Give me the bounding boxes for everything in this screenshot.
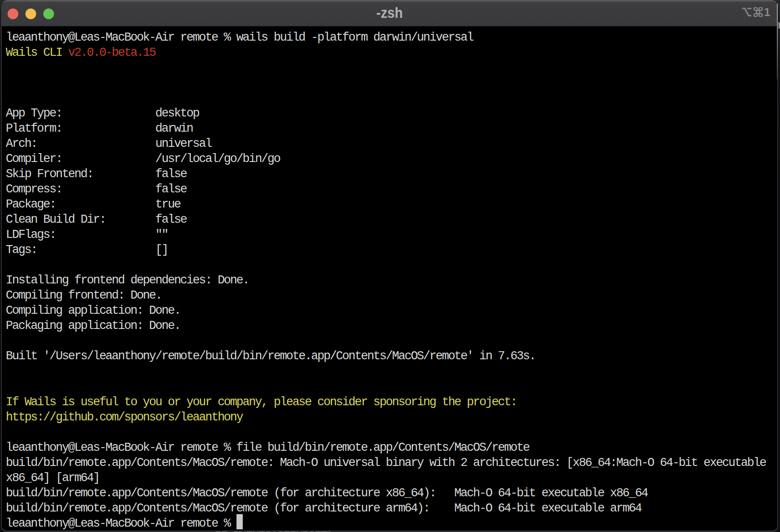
svg-text:1: 1 (764, 7, 770, 17)
